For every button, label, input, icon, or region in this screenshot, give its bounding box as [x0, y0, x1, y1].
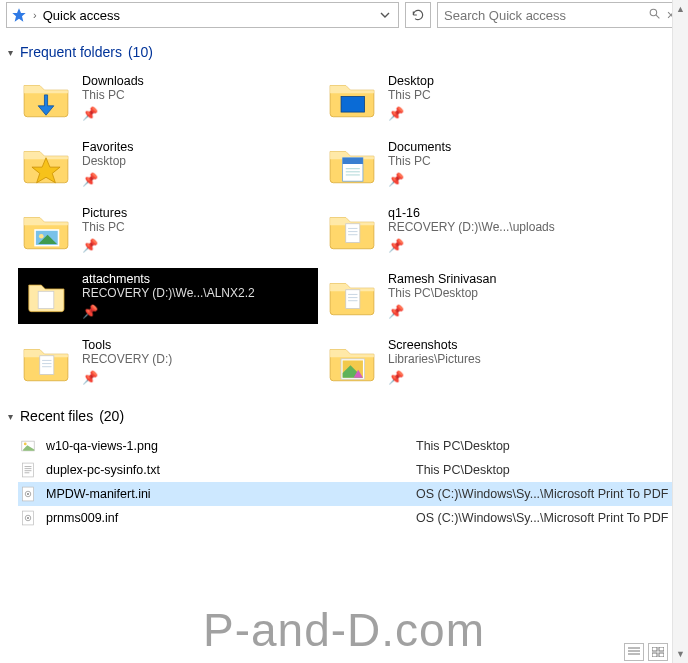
recent-files-label: Recent files: [20, 408, 93, 424]
folder-path: RECOVERY (D:)\We...\uploads: [388, 220, 555, 234]
svg-point-43: [27, 493, 29, 495]
chevron-down-icon[interactable]: ▾: [4, 411, 16, 422]
svg-rect-20: [38, 291, 54, 308]
folder-icon: [326, 138, 378, 190]
folder-name: Desktop: [388, 74, 434, 88]
scroll-up-icon[interactable]: ▲: [673, 0, 688, 18]
svg-rect-25: [40, 356, 54, 375]
folder-name: Downloads: [82, 74, 144, 88]
frequent-folders-header[interactable]: ▾ Frequent folders (10): [0, 34, 688, 66]
details-view-icon[interactable]: [624, 643, 644, 661]
folder-name: Tools: [82, 338, 172, 352]
folder-icon: [20, 204, 72, 256]
svg-rect-53: [659, 653, 664, 657]
recent-files-count: (20): [99, 408, 124, 424]
file-name: MPDW-manifert.ini: [46, 487, 416, 501]
svg-rect-21: [346, 290, 360, 309]
folder-path: This PC: [82, 88, 144, 102]
pin-icon: 📌: [82, 106, 98, 121]
chevron-down-icon[interactable]: ▾: [4, 47, 16, 58]
breadcrumb-separator: ›: [33, 9, 37, 21]
pin-icon: 📌: [388, 238, 404, 253]
search-icon: [648, 7, 661, 23]
folder-name: Screenshots: [388, 338, 481, 352]
svg-rect-15: [346, 224, 360, 243]
pin-icon: 📌: [82, 172, 98, 187]
breadcrumb-current[interactable]: Quick access: [43, 8, 120, 23]
folder-item[interactable]: Pictures This PC 📌: [18, 202, 318, 258]
recent-file-row[interactable]: prnms009.inf OS (C:)\Windows\Sy...\Micro…: [18, 506, 678, 530]
recent-file-row[interactable]: duplex-pc-sysinfo.txt This PC\Desktop: [18, 458, 678, 482]
file-path: OS (C:)\Windows\Sy...\Microsoft Print To…: [416, 487, 668, 501]
folder-path: This PC: [388, 88, 434, 102]
svg-rect-51: [659, 647, 664, 651]
folder-path: Libraries\Pictures: [388, 352, 481, 366]
folder-icon: [326, 336, 378, 388]
svg-rect-52: [652, 653, 657, 657]
folder-path: RECOVERY (D:)\We...\ALNX2.2: [82, 286, 255, 300]
watermark-text: P-and-D.com: [0, 603, 688, 657]
refresh-button[interactable]: [405, 2, 431, 28]
svg-rect-36: [22, 463, 33, 477]
svg-rect-50: [652, 647, 657, 651]
scroll-down-icon[interactable]: ▼: [673, 645, 688, 663]
pin-icon: 📌: [82, 238, 98, 253]
search-input[interactable]: Search Quick access ×: [437, 2, 682, 28]
file-name: duplex-pc-sysinfo.txt: [46, 463, 416, 477]
pin-icon: 📌: [388, 172, 404, 187]
pin-icon: 📌: [388, 106, 404, 121]
address-bar[interactable]: › Quick access: [6, 2, 399, 28]
folder-item[interactable]: Documents This PC 📌: [324, 136, 664, 192]
svg-line-2: [656, 15, 659, 18]
pin-icon: 📌: [388, 304, 404, 319]
svg-point-35: [24, 443, 27, 446]
frequent-folders-count: (10): [128, 44, 153, 60]
folder-item[interactable]: Desktop This PC 📌: [324, 70, 664, 126]
svg-rect-4: [341, 96, 364, 112]
folder-icon: [20, 336, 72, 388]
folder-path: Desktop: [82, 154, 133, 168]
folder-icon: [326, 270, 378, 322]
folder-icon: [20, 138, 72, 190]
folder-item[interactable]: Screenshots Libraries\Pictures 📌: [324, 334, 664, 390]
search-placeholder: Search Quick access: [444, 8, 642, 23]
vertical-scrollbar[interactable]: ▲ ▼: [672, 0, 688, 663]
svg-rect-8: [343, 158, 363, 164]
recent-files-header[interactable]: ▾ Recent files (20): [0, 398, 688, 430]
svg-marker-0: [12, 8, 25, 21]
folder-icon: [20, 72, 72, 124]
svg-point-46: [27, 517, 29, 519]
svg-point-1: [650, 9, 657, 16]
folder-path: This PC: [388, 154, 451, 168]
pin-icon: 📌: [82, 370, 98, 385]
file-path: This PC\Desktop: [416, 463, 510, 477]
pin-icon: 📌: [388, 370, 404, 385]
folder-item[interactable]: Favorites Desktop 📌: [18, 136, 318, 192]
folder-item[interactable]: attachments RECOVERY (D:)\We...\ALNX2.2 …: [18, 268, 318, 324]
folder-item[interactable]: q1-16 RECOVERY (D:)\We...\uploads 📌: [324, 202, 664, 258]
folder-icon: [326, 204, 378, 256]
folder-name: attachments: [82, 272, 255, 286]
thumbnails-view-icon[interactable]: [648, 643, 668, 661]
folder-path: RECOVERY (D:): [82, 352, 172, 366]
file-path: OS (C:)\Windows\Sy...\Microsoft Print To…: [416, 511, 668, 525]
folder-name: Documents: [388, 140, 451, 154]
recent-file-row[interactable]: MPDW-manifert.ini OS (C:)\Windows\Sy...\…: [18, 482, 678, 506]
file-icon: [18, 484, 38, 504]
folder-item[interactable]: Downloads This PC 📌: [18, 70, 318, 126]
file-name: w10-qa-views-1.png: [46, 439, 416, 453]
folder-icon: [326, 72, 378, 124]
folder-name: Pictures: [82, 206, 127, 220]
folder-name: Ramesh Srinivasan: [388, 272, 496, 286]
recent-file-row[interactable]: w10-qa-views-1.png This PC\Desktop: [18, 434, 678, 458]
folder-item[interactable]: Ramesh Srinivasan This PC\Desktop 📌: [324, 268, 664, 324]
folder-path: This PC: [82, 220, 127, 234]
address-dropdown-icon[interactable]: [376, 3, 394, 27]
folder-item[interactable]: Tools RECOVERY (D:) 📌: [18, 334, 318, 390]
folder-name: Favorites: [82, 140, 133, 154]
frequent-folders-label: Frequent folders: [20, 44, 122, 60]
folder-path: This PC\Desktop: [388, 286, 496, 300]
file-icon: [18, 460, 38, 480]
file-name: prnms009.inf: [46, 511, 416, 525]
pin-icon: 📌: [82, 304, 98, 319]
